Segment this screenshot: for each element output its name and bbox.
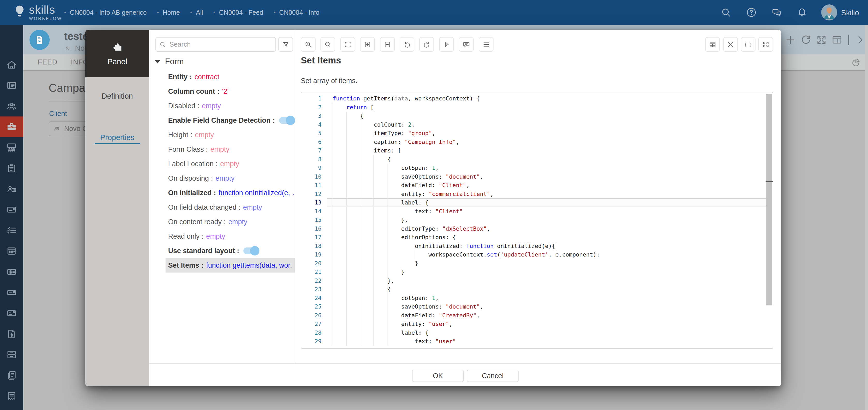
- bell-icon[interactable]: [796, 7, 808, 18]
- editor-description: Set array of items.: [301, 77, 358, 85]
- code-line-25: 25 saveOptions: "document",: [301, 302, 773, 311]
- property-row-enable-field-change-detection[interactable]: Enable Field Change Detection:: [165, 113, 295, 127]
- table-button[interactable]: [705, 37, 720, 52]
- sidebar-item-receipt[interactable]: [0, 386, 23, 406]
- redo-button[interactable]: [419, 37, 434, 52]
- braces-button[interactable]: { }: [741, 37, 755, 52]
- form-group-header[interactable]: Form: [155, 57, 184, 66]
- page-scrollbar[interactable]: [865, 25, 868, 410]
- sidebar-item-id-card[interactable]: [0, 199, 23, 220]
- editor-scrollbar[interactable]: [766, 92, 773, 348]
- breadcrumb-item[interactable]: •CN0004 - Feed: [213, 9, 263, 16]
- property-label: On content ready: [168, 218, 222, 226]
- page-toolbar: [784, 34, 866, 46]
- refresh-button[interactable]: [800, 34, 812, 46]
- sidebar-item-archive[interactable]: [0, 344, 23, 365]
- property-row-label-location[interactable]: Label Location:empty: [165, 156, 295, 171]
- property-label: On disposing: [168, 174, 209, 182]
- toggle-switch[interactable]: [279, 117, 294, 124]
- sidebar-item-doc-copy[interactable]: [0, 365, 23, 386]
- undo-button[interactable]: [400, 37, 414, 52]
- property-row-column-count[interactable]: Column count:'2': [165, 84, 295, 98]
- box-minus-button[interactable]: [380, 37, 395, 52]
- sidebar-item-person-share[interactable]: [0, 179, 23, 199]
- property-row-set-items[interactable]: Set Items:function getItems(data, wor…: [165, 258, 295, 272]
- sidebar-item-checklist[interactable]: [0, 220, 23, 241]
- property-label: On initialized: [168, 189, 212, 197]
- filter-button[interactable]: [278, 37, 293, 52]
- breadcrumb-item[interactable]: •CN0004 - Info: [274, 9, 319, 16]
- id-card-icon: [6, 204, 18, 215]
- toggle-switch[interactable]: [243, 247, 258, 254]
- property-label: Column count: [168, 87, 215, 95]
- property-label: Set Items: [168, 261, 199, 269]
- line-number: 18: [301, 242, 321, 251]
- property-row-entity[interactable]: Entity:contract: [165, 70, 295, 84]
- comment-button[interactable]: [459, 37, 473, 52]
- line-number: 26: [301, 311, 321, 320]
- sidebar-item-clipboard[interactable]: [0, 158, 23, 179]
- layout-table-button[interactable]: [831, 34, 843, 46]
- scrollbar-thumb[interactable]: [766, 94, 772, 305]
- bullet-icon: •: [274, 9, 276, 16]
- menu-button[interactable]: [479, 37, 494, 52]
- line-number: 3: [301, 112, 321, 120]
- maximize-button[interactable]: [758, 37, 773, 52]
- close-button[interactable]: [723, 37, 738, 52]
- sidebar-item-people[interactable]: [0, 96, 23, 116]
- property-row-use-standard-layout[interactable]: Use standard layout:: [165, 243, 295, 258]
- search-input[interactable]: [169, 40, 268, 49]
- app-logo[interactable]: skills WORKFLOW: [13, 4, 62, 21]
- code-line-16: 16 editorType: "dxSelectBox",: [301, 225, 773, 233]
- ok-button[interactable]: OK: [412, 370, 464, 382]
- chat-icon[interactable]: [771, 7, 782, 18]
- help-icon[interactable]: [746, 7, 757, 18]
- code-editor[interactable]: 1function getItems(data, workspaceContex…: [301, 92, 773, 349]
- sidebar-item-presentation[interactable]: [0, 137, 23, 158]
- breadcrumb-item[interactable]: •Home: [157, 9, 180, 16]
- property-row-on-field-data-changed[interactable]: On field data changed:empty: [165, 200, 295, 214]
- breadcrumb-item[interactable]: •All: [190, 9, 203, 16]
- property-row-on-content-ready[interactable]: On content ready:empty: [165, 214, 295, 229]
- sidebar-item-book[interactable]: [0, 75, 23, 96]
- cancel-button[interactable]: Cancel: [467, 370, 519, 382]
- zoom-out-button[interactable]: [320, 37, 335, 52]
- property-row-form-class[interactable]: Form Class:empty: [165, 142, 295, 156]
- code-line-24: 24 colSpan: 1,: [301, 294, 773, 302]
- doc-copy-icon: [6, 369, 18, 381]
- sidebar-item-envelope[interactable]: [0, 282, 23, 303]
- property-row-height[interactable]: Height:empty: [165, 127, 295, 142]
- line-number: 27: [301, 320, 321, 328]
- clipboard-icon: [6, 162, 18, 174]
- fit-button[interactable]: [340, 37, 355, 52]
- tab-definition[interactable]: Definition: [85, 92, 149, 100]
- line-number: 1: [301, 94, 321, 103]
- property-row-on-disposing[interactable]: On disposing:empty: [165, 171, 295, 185]
- sidebar-item-briefcase[interactable]: [0, 116, 23, 137]
- zoom-in-button[interactable]: [301, 37, 315, 52]
- search-icon[interactable]: [720, 7, 732, 18]
- chart-toggle-button[interactable]: [850, 57, 861, 68]
- plus-button[interactable]: [784, 34, 797, 46]
- property-row-read-only[interactable]: Read only:empty: [165, 229, 295, 243]
- avatar[interactable]: [821, 4, 837, 21]
- line-number: 6: [301, 138, 321, 147]
- user-name[interactable]: Skilio: [841, 8, 859, 17]
- chevron-right-button[interactable]: [854, 34, 866, 46]
- pointer-button[interactable]: [439, 37, 454, 52]
- breadcrumb-item[interactable]: •CN0004 - Info AB generico: [64, 9, 147, 16]
- sidebar-item-calendar[interactable]: [0, 241, 23, 261]
- property-row-disabled[interactable]: Disabled:empty: [165, 98, 295, 113]
- property-label: Read only: [168, 232, 200, 240]
- properties-search[interactable]: [155, 37, 276, 52]
- code-line-3: 3 {: [301, 112, 773, 120]
- sidebar-item-doc-dollar[interactable]: [0, 324, 23, 344]
- tab-feed[interactable]: FEED: [38, 58, 57, 66]
- sidebar-item-money-card[interactable]: [0, 261, 23, 282]
- property-row-on-initialized[interactable]: On initialized:function onInitialized(e,…: [165, 185, 295, 200]
- expand-button[interactable]: [815, 34, 828, 46]
- sidebar-item-card-save[interactable]: [0, 303, 23, 324]
- box-plus-button[interactable]: [360, 37, 375, 52]
- tab-properties[interactable]: Properties: [85, 133, 149, 142]
- sidebar-item-home[interactable]: [0, 54, 23, 75]
